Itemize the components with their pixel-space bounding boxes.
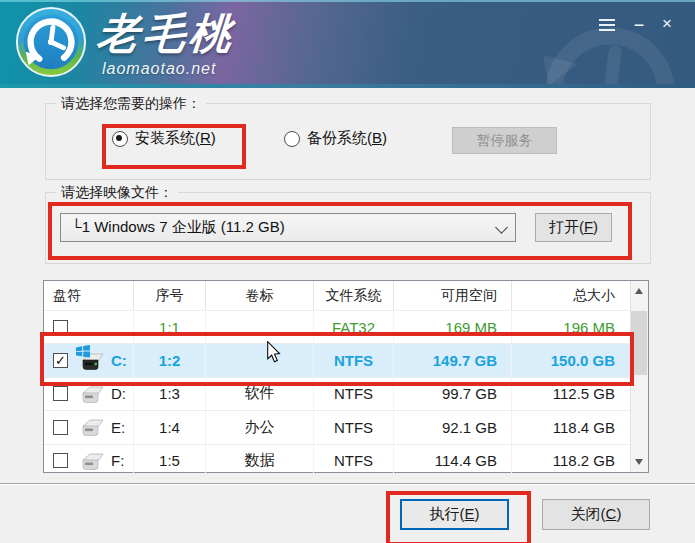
row-checkbox-unchecked[interactable] — [53, 420, 68, 435]
execute-button[interactable]: 执行(E) — [400, 499, 509, 530]
column-header-total-size[interactable]: 总大小 — [512, 281, 631, 310]
execute-button-label: 执行(E) — [429, 505, 479, 524]
footer-divider — [0, 483, 695, 484]
close-button-label: 关闭(C) — [571, 505, 622, 524]
drive-icon — [79, 383, 105, 405]
cell-free: 114.4 GB — [394, 445, 512, 477]
vertical-scrollbar[interactable] — [630, 281, 648, 472]
radio-backup-system[interactable]: 备份系统(B) — [284, 129, 387, 148]
cell-total: 112.5 GB — [512, 378, 631, 410]
cell-filesystem: FAT32 — [314, 311, 394, 343]
cell-index: 1:3 — [134, 378, 206, 410]
radio-unselected-icon[interactable] — [284, 131, 300, 147]
cell-filesystem: NTFS — [314, 445, 394, 477]
row-checkbox-unchecked[interactable] — [53, 320, 68, 335]
header-accent-line — [0, 84, 695, 88]
cell-free: 99.7 GB — [394, 378, 512, 410]
drive-row-boot[interactable]: 1:1 FAT32 169 MB 196 MB — [44, 311, 648, 343]
cell-total: 118.2 GB — [512, 445, 631, 477]
minimize-button[interactable]: − — [626, 13, 652, 37]
close-button[interactable]: 关闭(C) — [542, 499, 650, 530]
drive-letter: C: — [111, 352, 127, 369]
radio-backup-label: 备份系统(B) — [307, 129, 387, 148]
column-header-drive[interactable]: 盘符 — [44, 281, 134, 310]
cell-volume: 软件 — [206, 378, 314, 410]
cell-total: 118.4 GB — [512, 411, 631, 443]
hamburger-menu-icon[interactable] — [594, 13, 620, 37]
drive-icon — [79, 450, 105, 472]
drive-row-c[interactable]: ✓ C: 1:2 — [44, 343, 648, 376]
operation-legend: 请选择您需要的操作： — [56, 95, 206, 113]
windows-logo-icon — [76, 345, 90, 358]
cell-free: 149.7 GB — [394, 344, 512, 376]
column-header-filesystem[interactable]: 文件系统 — [314, 281, 394, 310]
column-header-volume[interactable]: 卷标 — [206, 281, 314, 310]
cell-index: 1:2 — [134, 344, 206, 376]
drive-letter: D: — [111, 385, 126, 402]
drive-table: 盘符 序号 卷标 文件系统 可用空间 总大小 1:1 FAT32 169 MB … — [43, 280, 649, 473]
cell-free: 169 MB — [394, 311, 512, 343]
column-header-index[interactable]: 序号 — [134, 281, 206, 310]
open-file-button[interactable]: 打开(F) — [535, 213, 612, 242]
table-header-row: 盘符 序号 卷标 文件系统 可用空间 总大小 — [44, 281, 648, 311]
chevron-down-icon[interactable] — [495, 221, 508, 234]
combobox-value: └1 Windows 7 企业版 (11.2 GB) — [61, 218, 285, 237]
drive-row-e[interactable]: E: 1:4 办公 NTFS 92.1 GB 118.4 GB — [44, 410, 648, 443]
radio-selected-icon[interactable] — [112, 131, 128, 147]
column-header-free-space[interactable]: 可用空间 — [394, 281, 512, 310]
cell-total: 150.0 GB — [512, 344, 631, 376]
cell-volume — [206, 311, 314, 343]
cell-filesystem: NTFS — [314, 378, 394, 410]
drive-row-d[interactable]: D: 1:3 软件 NTFS 99.7 GB 112.5 GB — [44, 377, 648, 410]
laomaotao-logo-icon — [14, 5, 88, 79]
cell-volume: 数据 — [206, 445, 314, 477]
cell-free: 92.1 GB — [394, 411, 512, 443]
image-file-combobox[interactable]: └1 Windows 7 企业版 (11.2 GB) — [60, 213, 516, 242]
cell-filesystem: NTFS — [314, 411, 394, 443]
cell-volume — [206, 344, 314, 376]
cell-volume: 办公 — [206, 411, 314, 443]
open-button-label: 打开(F) — [549, 218, 598, 237]
brand-title: 老毛桃 — [96, 13, 237, 55]
radio-install-label: 安装系统(R) — [135, 129, 216, 148]
scrollbar-thumb[interactable] — [631, 311, 647, 375]
drive-icon — [79, 416, 105, 438]
cell-index: 1:5 — [134, 445, 206, 477]
scroll-down-icon[interactable] — [635, 459, 643, 465]
row-checkbox-unchecked[interactable] — [53, 386, 68, 401]
app-window: 老毛桃 laomaotao.net − × 请选择您需要的操作： 安装系统(R)… — [0, 0, 695, 543]
brand-domain: laomaotao.net — [102, 60, 216, 78]
drive-letter: E: — [111, 419, 125, 436]
close-window-button[interactable]: × — [654, 12, 680, 36]
cell-index: 1:1 — [134, 311, 206, 343]
pause-service-button[interactable]: 暂停服务 — [452, 127, 557, 154]
row-checkbox-unchecked[interactable] — [53, 453, 68, 468]
cell-index: 1:4 — [134, 411, 206, 443]
radio-install-system[interactable]: 安装系统(R) — [112, 129, 216, 148]
scroll-up-icon[interactable] — [635, 288, 643, 294]
row-checkbox-checked[interactable]: ✓ — [53, 353, 68, 368]
image-file-legend: 请选择映像文件： — [56, 184, 178, 202]
drive-letter: F: — [111, 452, 124, 469]
cell-filesystem: NTFS — [314, 344, 394, 376]
drive-row-f[interactable]: F: 1:5 数据 NTFS 114.4 GB 118.2 GB — [44, 444, 648, 477]
cell-total: 196 MB — [512, 311, 631, 343]
titlebar: 老毛桃 laomaotao.net − × — [0, 0, 695, 84]
